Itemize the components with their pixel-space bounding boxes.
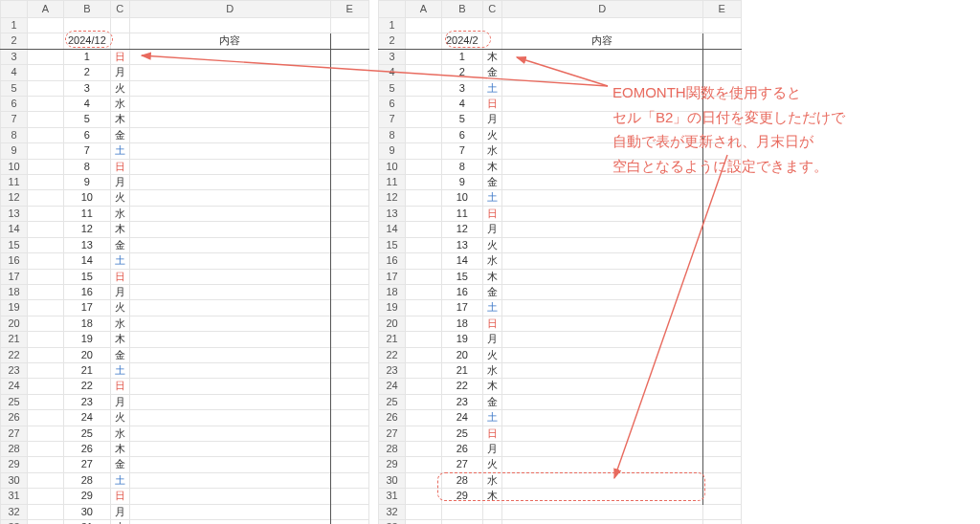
cell[interactable]: 25: [64, 426, 111, 441]
cell[interactable]: [28, 237, 64, 252]
cell[interactable]: [406, 441, 442, 456]
cell[interactable]: [330, 33, 368, 49]
cell[interactable]: [330, 284, 368, 299]
cell[interactable]: 8: [64, 159, 111, 174]
cell[interactable]: [406, 18, 442, 33]
cell[interactable]: [110, 18, 129, 33]
cell[interactable]: [482, 504, 501, 519]
row-header[interactable]: 29: [1, 457, 28, 472]
cell[interactable]: [28, 175, 64, 190]
cell[interactable]: 13: [442, 237, 483, 252]
cell[interactable]: 15: [442, 269, 483, 284]
cell[interactable]: [28, 190, 64, 206]
cell[interactable]: [330, 410, 368, 426]
cell[interactable]: [406, 410, 442, 426]
corner-cell[interactable]: [1, 1, 28, 18]
cell[interactable]: [129, 80, 330, 96]
row-header[interactable]: 26: [379, 410, 406, 426]
cell[interactable]: [330, 18, 368, 33]
cell[interactable]: [702, 18, 741, 33]
row-header[interactable]: 12: [1, 190, 28, 206]
row-header[interactable]: 32: [379, 504, 406, 519]
row-header[interactable]: 25: [379, 394, 406, 409]
cell[interactable]: [129, 332, 330, 347]
cell[interactable]: [330, 237, 368, 252]
cell[interactable]: [702, 410, 741, 426]
cell[interactable]: 火: [482, 457, 501, 472]
cell[interactable]: [406, 472, 442, 488]
row-header[interactable]: 24: [379, 379, 406, 394]
row-header[interactable]: 5: [1, 80, 28, 96]
cell[interactable]: 20: [442, 347, 483, 362]
cell[interactable]: 火: [110, 300, 129, 316]
cell[interactable]: [28, 394, 64, 409]
cell[interactable]: [702, 457, 741, 472]
cell[interactable]: [702, 441, 741, 456]
grid-right[interactable]: ABCDE122024/2内容31木42金53土64日75月86火97水108木…: [378, 0, 742, 524]
col-header-C[interactable]: C: [110, 1, 129, 18]
cell[interactable]: [28, 472, 64, 488]
cell[interactable]: 13: [64, 237, 111, 252]
cell[interactable]: 水: [110, 426, 129, 441]
cell[interactable]: [406, 489, 442, 504]
cell[interactable]: [702, 504, 741, 519]
cell[interactable]: [129, 253, 330, 269]
row-header[interactable]: 15: [1, 237, 28, 252]
cell[interactable]: 10: [442, 190, 483, 206]
row-header[interactable]: 11: [1, 175, 28, 190]
row-header[interactable]: 30: [379, 472, 406, 488]
cell[interactable]: 23: [64, 394, 111, 409]
cell[interactable]: [129, 379, 330, 394]
cell[interactable]: [482, 33, 501, 49]
date-header-cell[interactable]: 2024/2: [442, 33, 483, 49]
cell[interactable]: [129, 394, 330, 409]
cell[interactable]: [28, 332, 64, 347]
cell[interactable]: 火: [110, 80, 129, 96]
cell[interactable]: [406, 362, 442, 378]
cell[interactable]: 16: [64, 284, 111, 299]
row-header[interactable]: 21: [1, 332, 28, 347]
cell[interactable]: [406, 206, 442, 221]
cell[interactable]: [702, 300, 741, 316]
row-header[interactable]: 30: [1, 472, 28, 488]
cell[interactable]: [702, 362, 741, 378]
row-header[interactable]: 21: [379, 332, 406, 347]
cell[interactable]: 水: [482, 472, 501, 488]
cell[interactable]: 29: [442, 489, 483, 504]
cell[interactable]: 金: [482, 65, 501, 80]
col-header-A[interactable]: A: [406, 1, 442, 18]
cell[interactable]: [702, 316, 741, 331]
row-header[interactable]: 18: [379, 284, 406, 299]
cell[interactable]: [129, 18, 330, 33]
cell[interactable]: [330, 504, 368, 519]
cell[interactable]: [330, 362, 368, 378]
cell[interactable]: [330, 175, 368, 190]
cell[interactable]: [702, 520, 741, 525]
cell[interactable]: 14: [442, 253, 483, 269]
cell[interactable]: [330, 332, 368, 347]
cell[interactable]: 17: [64, 300, 111, 316]
cell[interactable]: [702, 190, 741, 206]
cell[interactable]: [501, 489, 702, 504]
cell[interactable]: [64, 18, 111, 33]
cell[interactable]: [501, 269, 702, 284]
cell[interactable]: 金: [110, 237, 129, 252]
cell[interactable]: 火: [482, 127, 501, 142]
cell[interactable]: [129, 222, 330, 237]
cell[interactable]: [406, 253, 442, 269]
cell[interactable]: [501, 300, 702, 316]
cell[interactable]: [330, 127, 368, 142]
cell[interactable]: 19: [64, 332, 111, 347]
cell[interactable]: 日: [482, 316, 501, 331]
cell[interactable]: [501, 18, 702, 33]
cell[interactable]: [28, 362, 64, 378]
cell[interactable]: 3: [442, 80, 483, 96]
cell[interactable]: [702, 379, 741, 394]
cell[interactable]: [406, 237, 442, 252]
cell[interactable]: [28, 347, 64, 362]
cell[interactable]: [129, 316, 330, 331]
cell[interactable]: [406, 504, 442, 519]
cell[interactable]: 木: [110, 441, 129, 456]
col-header-E[interactable]: E: [702, 1, 741, 18]
cell[interactable]: [28, 504, 64, 519]
